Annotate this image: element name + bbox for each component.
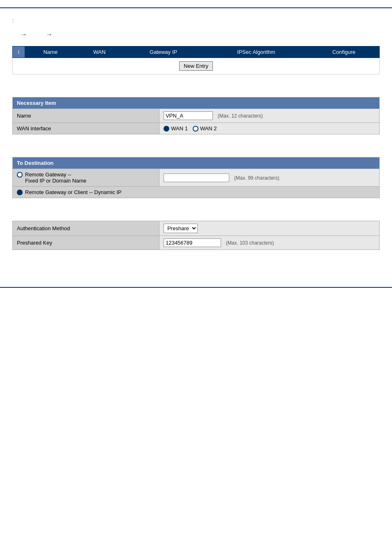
- arrow-line: → →: [12, 29, 380, 40]
- remote-gateway-fixed-cell: Remote Gateway -- Fixed IP or Domain Nam…: [13, 169, 159, 187]
- name-input[interactable]: [164, 111, 213, 120]
- auth-method-label: Authentication Method: [13, 221, 159, 236]
- to-destination-section: To Destination Remote Gateway -- Fixed I…: [12, 157, 380, 198]
- to-destination-header: To Destination: [13, 157, 380, 169]
- necessary-item-label: Necessary Item: [13, 97, 380, 109]
- option2-label: Remote Gateway or Client -- Dynamic IP: [25, 189, 122, 195]
- option1-label: Remote Gateway --: [25, 171, 86, 178]
- remote-gateway-dynamic-radio: [17, 190, 23, 195]
- page-content: : → → i Name WAN Gateway IP IPSec Algori…: [0, 8, 392, 271]
- col-name: Name: [25, 46, 76, 58]
- colon-text: :: [12, 17, 14, 23]
- authentication-section: Authentication Method Preshare Preshared…: [12, 221, 380, 250]
- wan1-radio-label[interactable]: WAN 1: [164, 125, 188, 132]
- wan2-radio-label[interactable]: WAN 2: [193, 125, 217, 132]
- remote-gateway-fixed-row: Remote Gateway -- Fixed IP or Domain Nam…: [13, 169, 380, 187]
- new-entry-row: New Entry: [13, 58, 380, 74]
- col-i: i: [13, 46, 25, 58]
- col-wan: WAN: [76, 46, 123, 58]
- remote-gateway-dynamic-option: Remote Gateway or Client -- Dynamic IP: [17, 189, 375, 195]
- auth-method-row: Authentication Method Preshare: [13, 221, 380, 236]
- colon-line: :: [12, 16, 380, 25]
- intro-section: : → →: [12, 16, 380, 39]
- wan2-label: WAN 2: [200, 125, 217, 132]
- preshared-key-cell: (Max. 103 characters): [159, 236, 380, 250]
- vpn-table-section: i Name WAN Gateway IP IPSec Algorithm Co…: [12, 46, 380, 74]
- bottom-bar: [0, 287, 392, 296]
- option1-hint: (Max. 99 characters): [234, 175, 279, 181]
- auth-method-select[interactable]: Preshare: [164, 224, 198, 233]
- col-gateway-ip: Gateway IP: [123, 46, 204, 58]
- authentication-table: Authentication Method Preshare Preshared…: [12, 221, 380, 250]
- remote-gateway-fixed-radio: [17, 172, 23, 178]
- name-label: Name: [13, 109, 159, 123]
- auth-method-cell: Preshare: [159, 221, 380, 236]
- table-header-row: i Name WAN Gateway IP IPSec Algorithm Co…: [13, 46, 380, 58]
- wan-radio-group: WAN 1 WAN 2: [164, 125, 375, 132]
- new-entry-button[interactable]: New Entry: [179, 61, 213, 71]
- top-bar: [0, 0, 392, 8]
- name-value-cell: (Max. 12 characters): [159, 109, 380, 123]
- preshared-key-row: Preshared Key (Max. 103 characters): [13, 236, 380, 250]
- necessary-item-table: Necessary Item Name (Max. 12 characters)…: [12, 97, 380, 134]
- wan1-radio-indicator: [164, 126, 169, 132]
- option1-sub: Fixed IP or Domain Name: [25, 178, 86, 184]
- remote-gateway-dynamic-row: Remote Gateway or Client -- Dynamic IP: [13, 187, 380, 198]
- preshared-key-label: Preshared Key: [13, 236, 159, 250]
- name-hint: (Max. 12 characters): [218, 113, 263, 119]
- wan1-label: WAN 1: [171, 125, 188, 132]
- col-ipsec: IPSec Algorithm: [204, 46, 308, 58]
- wan-interface-label: WAN interface: [13, 123, 159, 134]
- wan-interface-row: WAN interface WAN 1 WAN 2: [13, 123, 380, 134]
- name-row: Name (Max. 12 characters): [13, 109, 380, 123]
- to-destination-label: To Destination: [13, 157, 380, 169]
- to-destination-table: To Destination Remote Gateway -- Fixed I…: [12, 157, 380, 198]
- wan2-radio-indicator: [193, 126, 198, 132]
- arrow-2: →: [46, 29, 53, 40]
- preshared-key-input[interactable]: [164, 238, 221, 247]
- necessary-item-header: Necessary Item: [13, 97, 380, 109]
- remote-gateway-dynamic-cell: Remote Gateway or Client -- Dynamic IP: [13, 187, 380, 198]
- remote-gateway-fixed-input[interactable]: [164, 173, 229, 182]
- col-configure: Configure: [308, 46, 379, 58]
- preshared-key-hint: (Max. 103 characters): [226, 240, 274, 246]
- wan-interface-cell: WAN 1 WAN 2: [159, 123, 380, 134]
- remote-gateway-fixed-input-cell: (Max. 99 characters): [159, 169, 380, 187]
- vpn-table: i Name WAN Gateway IP IPSec Algorithm Co…: [12, 46, 380, 74]
- arrow-1: →: [21, 29, 27, 40]
- remote-gateway-fixed-option: Remote Gateway -- Fixed IP or Domain Nam…: [17, 171, 155, 184]
- necessary-item-section: Necessary Item Name (Max. 12 characters)…: [12, 97, 380, 134]
